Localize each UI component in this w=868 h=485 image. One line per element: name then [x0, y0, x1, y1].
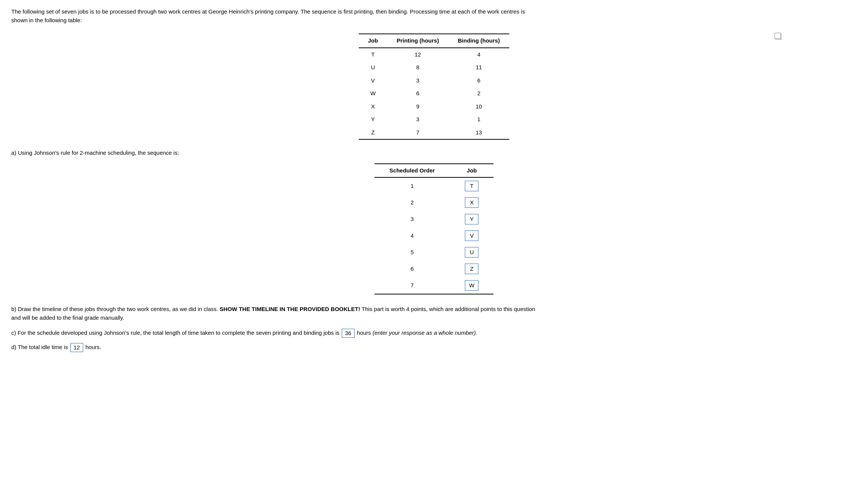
schedule-job-cell: Z — [450, 261, 493, 277]
jobs-table-row: Z713 — [359, 126, 509, 140]
schedule-table-container: Scheduled Order Job 1T2X3Y4V5U6Z7W — [11, 163, 857, 295]
jobs-cell-binding: 1 — [448, 113, 509, 126]
jobs-cell-job: U — [359, 61, 387, 74]
jobs-cell-printing: 7 — [387, 126, 449, 140]
part-d-text: d) The total idle time is 12 hours. — [11, 343, 857, 352]
schedule-table: Scheduled Order Job 1T2X3Y4V5U6Z7W — [375, 163, 494, 295]
jobs-cell-printing: 3 — [387, 74, 449, 87]
part-c-before: c) For the schedule developed using John… — [11, 329, 340, 336]
part-d-answer-box[interactable]: 12 — [70, 343, 83, 352]
schedule-table-row: 7W — [375, 277, 494, 294]
col-binding: Binding (hours) — [448, 34, 509, 48]
schedule-table-row: 3Y — [375, 211, 494, 227]
schedule-job-cell: T — [450, 177, 493, 194]
jobs-cell-binding: 10 — [448, 100, 509, 113]
jobs-cell-binding: 4 — [448, 48, 509, 61]
schedule-table-row: 5U — [375, 244, 494, 261]
jobs-cell-printing: 6 — [387, 87, 449, 100]
part-b-bold: SHOW THE TIMELINE IN THE PROVIDED BOOKLE… — [220, 306, 360, 312]
jobs-table-row: T124 — [359, 48, 509, 61]
copy-icon[interactable] — [775, 34, 781, 40]
col-printing: Printing (hours) — [387, 34, 449, 48]
jobs-table-row: X910 — [359, 100, 509, 113]
jobs-cell-job: V — [359, 74, 387, 87]
schedule-table-row: 6Z — [375, 261, 494, 277]
intro-text: The following set of seven jobs is to be… — [11, 8, 538, 24]
part-a-label: a) Using Johnson's rule for 2-machine sc… — [11, 149, 857, 157]
part-c-text: c) For the schedule developed using John… — [11, 329, 538, 338]
jobs-table-row: V36 — [359, 74, 509, 87]
jobs-table-row: U811 — [359, 61, 509, 74]
schedule-table-row: 1T — [375, 177, 494, 194]
schedule-job-cell: U — [450, 244, 493, 261]
jobs-cell-job: T — [359, 48, 387, 61]
jobs-cell-binding: 11 — [448, 61, 509, 74]
jobs-cell-job: W — [359, 87, 387, 100]
schedule-order-cell: 7 — [375, 277, 450, 294]
job-box[interactable]: X — [465, 197, 478, 208]
part-c-note: (enter your response as a whole number). — [373, 329, 477, 336]
part-c-answer-box[interactable]: 36 — [342, 329, 355, 338]
schedule-job-cell: V — [450, 227, 493, 244]
schedule-order-cell: 5 — [375, 244, 450, 261]
jobs-cell-printing: 8 — [387, 61, 449, 74]
job-box[interactable]: Z — [465, 264, 478, 274]
job-box[interactable]: Y — [465, 214, 478, 224]
job-box[interactable]: V — [465, 230, 478, 241]
jobs-cell-printing: 3 — [387, 113, 449, 126]
jobs-cell-printing: 12 — [387, 48, 449, 61]
jobs-cell-printing: 9 — [387, 100, 449, 113]
schedule-order-cell: 1 — [375, 177, 450, 194]
part-d-before: d) The total idle time is — [11, 344, 68, 350]
schedule-order-cell: 3 — [375, 211, 450, 227]
schedule-job-cell: Y — [450, 211, 493, 227]
jobs-cell-binding: 13 — [448, 126, 509, 140]
jobs-cell-job: Z — [359, 126, 387, 140]
part-b-text-before: b) Draw the timeline of these jobs throu… — [11, 306, 218, 312]
part-b-text: b) Draw the timeline of these jobs throu… — [11, 305, 538, 322]
jobs-cell-binding: 2 — [448, 87, 509, 100]
jobs-cell-job: Y — [359, 113, 387, 126]
part-c-hours: hours — [357, 329, 373, 336]
col-job: Job — [359, 34, 387, 48]
job-box[interactable]: W — [465, 280, 478, 291]
part-d-after: hours. — [85, 344, 101, 350]
schedule-table-row: 2X — [375, 194, 494, 211]
col-scheduled-order: Scheduled Order — [375, 164, 450, 178]
schedule-header-row: Scheduled Order Job — [375, 164, 494, 178]
jobs-cell-job: X — [359, 100, 387, 113]
schedule-order-cell: 4 — [375, 227, 450, 244]
schedule-order-cell: 2 — [375, 194, 450, 211]
col-job-schedule: Job — [450, 164, 493, 178]
schedule-table-row: 4V — [375, 227, 494, 244]
job-box[interactable]: T — [465, 181, 478, 191]
jobs-cell-binding: 6 — [448, 74, 509, 87]
jobs-table: Job Printing (hours) Binding (hours) T12… — [359, 34, 509, 140]
jobs-table-header-row: Job Printing (hours) Binding (hours) — [359, 34, 509, 48]
schedule-job-cell: W — [450, 277, 493, 294]
jobs-table-row: W62 — [359, 87, 509, 100]
jobs-table-row: Y31 — [359, 113, 509, 126]
job-box[interactable]: U — [465, 247, 478, 258]
jobs-table-container: Job Printing (hours) Binding (hours) T12… — [11, 34, 857, 140]
schedule-job-cell: X — [450, 194, 493, 211]
schedule-order-cell: 6 — [375, 261, 450, 277]
